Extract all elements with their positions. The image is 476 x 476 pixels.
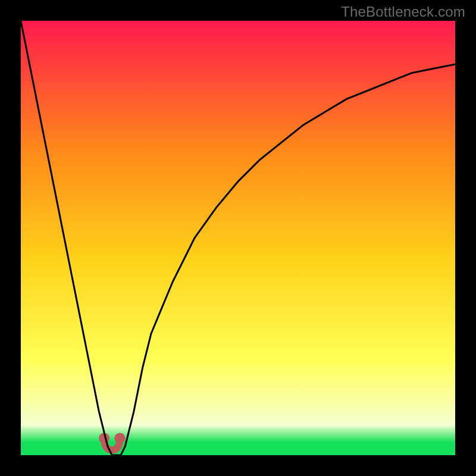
plot-area — [21, 21, 455, 455]
bottleneck-chart — [21, 21, 455, 455]
svg-point-1 — [114, 433, 125, 443]
gradient-background — [21, 21, 455, 455]
chart-frame: TheBottleneck.com — [0, 0, 476, 476]
watermark-text: TheBottleneck.com — [341, 4, 465, 20]
